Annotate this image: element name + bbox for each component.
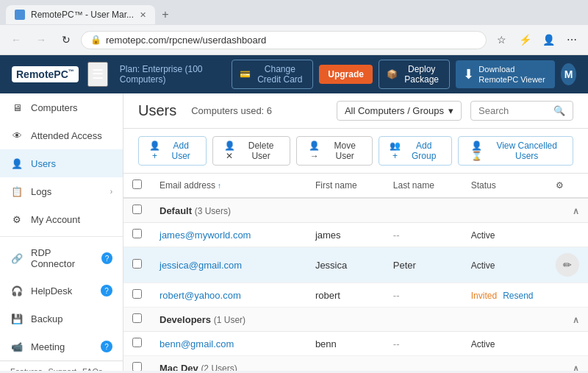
sidebar-item-meeting[interactable]: 📹 Meeting ? [0, 333, 123, 360]
row-firstname-cell: robert [306, 283, 384, 308]
faqs-link[interactable]: FAQs [82, 367, 103, 371]
group-name: Mac Dev [159, 363, 198, 372]
meeting-help-badge[interactable]: ? [101, 341, 112, 352]
group-collapse-icon[interactable]: ∧ [573, 206, 579, 216]
group-checkbox-cell [123, 308, 151, 332]
address-bar[interactable]: 🔒 remotepc.com/rpcnew/userdashboard [81, 31, 487, 49]
view-cancelled-icon: 👤⌛ [467, 141, 487, 161]
th-lastname[interactable]: Last name [384, 174, 462, 198]
row-email[interactable]: james@myworld.com [159, 230, 251, 241]
sidebar-item-rdp-connector[interactable]: 🔗 RDP Connector ? [0, 240, 123, 277]
menu-icon[interactable]: ⋯ [562, 29, 582, 50]
sidebar-nav: 🖥 Computers 👁 Attended Access 👤 Users 📋 … [0, 93, 123, 360]
sidebar-label-rdp-connector: RDP Connector [31, 247, 94, 269]
row-checkbox[interactable] [132, 259, 142, 269]
search-box[interactable]: 🔍 [470, 101, 573, 121]
th-status[interactable]: Status [462, 174, 547, 198]
refresh-button[interactable]: ↻ [56, 29, 76, 50]
group-name-cell: Mac Dev (2 Users) [151, 356, 547, 372]
group-checkbox[interactable] [132, 362, 142, 371]
sidebar-label-my-account: My Account [31, 214, 80, 225]
helpdesk-help-badge[interactable]: ? [101, 285, 112, 296]
users-icon: 👤 [10, 157, 24, 170]
row-firstname-cell: Jessica [306, 247, 384, 283]
header-actions: 💳 Change Credit Card Upgrade 📦 Deploy Pa… [232, 60, 576, 89]
row-action-cell [547, 283, 588, 308]
sidebar-item-logs[interactable]: 📋 Logs › [0, 177, 123, 205]
sidebar-item-helpdesk[interactable]: 🎧 HelpDesk ? [0, 277, 123, 305]
bookmark-icon[interactable]: ☆ [491, 29, 512, 50]
row-email[interactable]: robert@yahoo.com [159, 290, 241, 301]
download-viewer-button[interactable]: ⬇ Download RemotePC Viewer [456, 60, 555, 89]
group-count: (1 User) [214, 315, 245, 325]
row-firstname: james [315, 230, 341, 241]
sidebar-item-attended-access[interactable]: 👁 Attended Access [0, 121, 123, 149]
row-checkbox[interactable] [132, 338, 142, 347]
sidebar-label-meeting: Meeting [31, 341, 65, 352]
sidebar-footer-links: Features Support FAQs [10, 367, 112, 371]
th-firstname[interactable]: First name [306, 174, 384, 198]
table-row: robert@yahoo.com robert -- InvitedResend [123, 283, 588, 308]
delete-user-button[interactable]: 👤✕ Delete User [212, 136, 291, 166]
status-active: Active [471, 230, 495, 241]
sidebar-label-users: Users [31, 158, 56, 169]
row-action-cell [547, 332, 588, 356]
credit-card-icon: 💳 [240, 69, 251, 79]
resend-link[interactable]: Resend [503, 291, 533, 301]
sidebar-item-my-account[interactable]: ⚙ My Account [0, 205, 123, 233]
row-lastname-cell: -- [384, 223, 462, 247]
rdp-help-badge[interactable]: ? [101, 252, 112, 264]
change-credit-card-button[interactable]: 💳 Change Credit Card [232, 60, 313, 89]
group-expand-cell: ∧ [547, 308, 588, 332]
select-all-checkbox[interactable] [132, 180, 142, 189]
table-row: benn@gmail.com benn -- Active [123, 332, 588, 356]
view-cancelled-users-button[interactable]: 👤⌛ View Cancelled Users [458, 136, 573, 166]
add-group-icon: 👥+ [388, 141, 402, 161]
add-user-button[interactable]: 👤+ Add User [138, 136, 207, 166]
meeting-icon: 📹 [10, 340, 24, 353]
status-active: Active [471, 339, 495, 349]
features-link[interactable]: Features [10, 367, 42, 371]
my-account-icon: ⚙ [10, 213, 24, 226]
sidebar-item-users[interactable]: 👤 Users [0, 149, 123, 177]
th-email[interactable]: Email address ↑ [151, 174, 306, 198]
add-group-button[interactable]: 👥+ Add Group [379, 136, 452, 166]
move-user-button[interactable]: 👤→ Move User [296, 136, 373, 166]
extensions-icon[interactable]: ⚡ [514, 29, 535, 50]
row-lastname-cell: -- [384, 283, 462, 308]
forward-button[interactable]: → [31, 29, 51, 50]
user-avatar[interactable]: M [561, 63, 576, 85]
row-checkbox[interactable] [132, 229, 142, 238]
row-checkbox-cell [123, 283, 151, 308]
group-checkbox[interactable] [132, 313, 142, 323]
edit-icon: ✏ [563, 259, 572, 271]
hamburger-button[interactable]: ☰ [87, 62, 108, 87]
search-input[interactable] [478, 105, 549, 116]
deploy-package-button[interactable]: 📦 Deploy Package [379, 60, 450, 89]
group-checkbox[interactable] [132, 205, 142, 214]
filter-label: All Computers / Groups [345, 105, 444, 116]
sidebar-item-backup[interactable]: 💾 Backup [0, 305, 123, 333]
computers-groups-dropdown[interactable]: All Computers / Groups ▾ [337, 101, 462, 121]
sidebar-item-computers[interactable]: 🖥 Computers [0, 93, 123, 121]
helpdesk-icon: 🎧 [10, 284, 24, 297]
profile-icon[interactable]: 👤 [538, 29, 559, 50]
close-tab-button[interactable]: ✕ [140, 10, 146, 20]
row-email[interactable]: jessica@gmail.com [159, 260, 242, 271]
group-collapse-icon[interactable]: ∧ [573, 363, 579, 372]
row-checkbox[interactable] [132, 289, 142, 299]
filter-dropdown-chevron-icon: ▾ [448, 105, 453, 116]
upgrade-button[interactable]: Upgrade [319, 65, 373, 84]
table-header: Email address ↑ First name Last name [123, 174, 588, 198]
column-settings-icon[interactable]: ⚙ [556, 180, 564, 191]
support-link[interactable]: Support [48, 367, 76, 371]
active-tab[interactable]: RemotePC™ - User Mar... ✕ [6, 5, 155, 24]
group-name: Default [159, 205, 192, 216]
app-header: RemotePC™ ☰ Plan: Enterprise (100 Comput… [0, 55, 588, 93]
new-tab-button[interactable]: + [155, 4, 176, 25]
row-email[interactable]: benn@gmail.com [159, 338, 234, 349]
status-active: Active [471, 260, 495, 271]
back-button[interactable]: ← [6, 29, 26, 50]
group-collapse-icon[interactable]: ∧ [573, 315, 579, 325]
edit-bubble[interactable]: ✏ [556, 253, 579, 277]
